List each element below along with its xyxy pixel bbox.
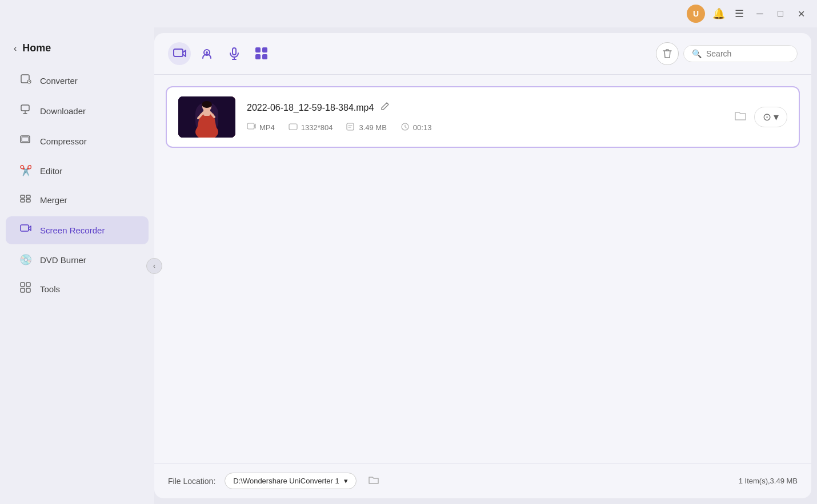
svg-rect-7 (21, 199, 25, 202)
chevron-down-icon: ▾ (344, 477, 348, 485)
svg-rect-13 (26, 288, 30, 292)
svg-rect-33 (289, 124, 297, 130)
converter-icon (19, 74, 32, 88)
sidebar-home[interactable]: ‹ Home (0, 37, 154, 66)
home-label: Home (22, 42, 51, 54)
downloader-label: Downloader (40, 106, 86, 116)
editor-label: Editor (40, 166, 62, 176)
compressor-icon (19, 134, 32, 148)
dvd-burner-label: DVD Burner (40, 255, 86, 265)
svg-rect-17 (233, 48, 236, 55)
svg-rect-14 (174, 49, 183, 57)
audio-button[interactable] (223, 42, 246, 65)
sidebar-item-screen-recorder[interactable]: Screen Recorder (6, 216, 149, 244)
minimize-button[interactable]: ─ (753, 7, 767, 21)
svg-rect-8 (26, 199, 30, 202)
converter-label: Converter (40, 76, 78, 86)
svg-point-29 (202, 101, 212, 108)
item-count: 1 Item(s),3.49 MB (739, 477, 798, 485)
sidebar-item-tools[interactable]: Tools (6, 275, 149, 303)
main-content: 🔍 (154, 33, 811, 498)
file-name: 2022-06-18_12-59-18-384.mp4 (247, 103, 374, 113)
sidebar-item-compressor[interactable]: Compressor (6, 127, 149, 155)
snapshots-button[interactable] (250, 42, 273, 65)
file-location-select[interactable]: D:\Wondershare UniConverter 1 ▾ (225, 473, 356, 489)
file-thumbnail (178, 96, 235, 138)
screen-recorder-label: Screen Recorder (40, 225, 105, 235)
search-input[interactable] (706, 49, 786, 58)
file-actions: ⊙ ▾ (734, 107, 787, 127)
svg-rect-32 (247, 123, 254, 129)
size-meta: 3.49 MB (346, 122, 386, 133)
sidebar-collapse-button[interactable]: ‹ (146, 258, 162, 274)
svg-point-16 (206, 51, 208, 54)
svg-rect-10 (21, 283, 25, 287)
resolution-icon (289, 122, 298, 133)
tools-label: Tools (40, 284, 60, 294)
svg-rect-20 (255, 54, 261, 59)
screen-record-button[interactable] (168, 42, 191, 65)
svg-rect-34 (347, 123, 354, 130)
search-box: 🔍 (683, 45, 798, 62)
file-name-row: 2022-06-18_12-59-18-384.mp4 (247, 102, 722, 114)
resolution-meta: 1332*804 (289, 122, 333, 133)
sidebar-item-dvd-burner[interactable]: 💿 DVD Burner (6, 247, 149, 273)
file-meta: MP4 1332*804 (247, 122, 722, 133)
file-location-path: D:\Wondershare UniConverter 1 (233, 477, 339, 485)
maximize-button[interactable]: □ (774, 7, 787, 21)
toolbar: 🔍 (154, 33, 811, 75)
size-value: 3.49 MB (359, 123, 386, 132)
sidebar-item-converter[interactable]: Converter (6, 67, 149, 95)
more-options-button[interactable]: ⊙ ▾ (754, 107, 787, 127)
edit-icon[interactable] (379, 102, 390, 114)
svg-rect-21 (262, 54, 267, 59)
format-meta: MP4 (247, 122, 275, 133)
dvd-burner-icon: 💿 (19, 253, 32, 266)
svg-rect-4 (22, 137, 29, 142)
svg-rect-12 (21, 288, 25, 292)
format-value: MP4 (259, 123, 275, 132)
sidebar: ‹ Home Converter Downloader (0, 27, 154, 504)
chevron-down-icon: ▾ (774, 111, 779, 123)
bell-icon[interactable]: 🔔 (712, 7, 726, 21)
browse-folder-icon[interactable] (368, 474, 379, 488)
webcam-button[interactable] (195, 42, 218, 65)
back-arrow-icon: ‹ (14, 43, 17, 54)
sidebar-item-downloader[interactable]: Downloader (6, 97, 149, 125)
file-info: 2022-06-18_12-59-18-384.mp4 (247, 102, 722, 133)
merger-label: Merger (40, 195, 67, 205)
delete-button[interactable] (656, 42, 679, 65)
footer: File Location: D:\Wondershare UniConvert… (154, 463, 811, 498)
downloader-icon (19, 104, 32, 118)
thumbnail-image (178, 96, 235, 138)
svg-rect-19 (262, 47, 267, 53)
svg-rect-6 (26, 195, 30, 198)
screen-recorder-icon (19, 223, 32, 237)
open-folder-icon[interactable] (734, 108, 747, 126)
compressor-label: Compressor (40, 136, 87, 146)
table-row: 2022-06-18_12-59-18-384.mp4 (166, 86, 800, 148)
menu-icon[interactable]: ☰ (732, 7, 746, 21)
user-avatar[interactable]: U (687, 5, 705, 23)
size-icon (346, 122, 355, 133)
format-icon (247, 122, 256, 133)
file-location-label: File Location: (168, 477, 215, 486)
duration-meta: 00:13 (401, 122, 432, 133)
svg-rect-18 (255, 47, 261, 53)
sidebar-item-merger[interactable]: Merger (6, 186, 149, 214)
titlebar: U 🔔 ☰ ─ □ ✕ (0, 0, 817, 27)
svg-rect-11 (26, 283, 30, 287)
app-body: ‹ Home Converter Downloader (0, 27, 817, 504)
more-icon: ⊙ (763, 111, 771, 123)
duration-value: 00:13 (413, 123, 432, 132)
svg-rect-9 (21, 225, 29, 231)
tools-icon (19, 282, 32, 296)
close-button[interactable]: ✕ (794, 7, 808, 21)
search-icon: 🔍 (692, 49, 702, 58)
svg-rect-5 (21, 195, 25, 198)
svg-rect-2 (21, 105, 29, 111)
duration-icon (401, 122, 410, 133)
resolution-value: 1332*804 (301, 123, 333, 132)
editor-icon: ✂️ (19, 164, 32, 177)
sidebar-item-editor[interactable]: ✂️ Editor (6, 158, 149, 184)
